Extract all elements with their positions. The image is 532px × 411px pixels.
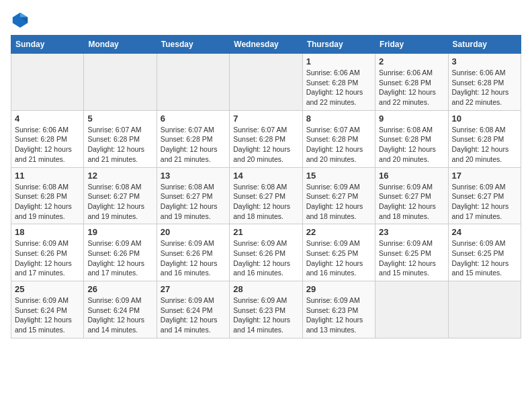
day-number: 23 — [379, 227, 444, 237]
day-number: 15 — [306, 171, 371, 181]
day-header-wednesday: Wednesday — [230, 36, 302, 54]
day-number: 10 — [452, 113, 517, 124]
day-info: Sunrise: 6:09 AM Sunset: 6:25 PM Dayligh… — [379, 238, 444, 278]
calendar-cell: 10Sunrise: 6:08 AM Sunset: 6:28 PM Dayli… — [448, 110, 521, 167]
day-number: 17 — [452, 171, 517, 181]
svg-marker-1 — [20, 13, 28, 17]
calendar-cell — [375, 281, 448, 338]
calendar-cell: 16Sunrise: 6:09 AM Sunset: 6:27 PM Dayli… — [375, 167, 448, 224]
day-header-sunday: Sunday — [11, 36, 84, 54]
logo-icon — [11, 11, 30, 30]
calendar-cell — [11, 54, 84, 111]
day-info: Sunrise: 6:08 AM Sunset: 6:27 PM Dayligh… — [233, 182, 298, 222]
calendar-cell: 17Sunrise: 6:09 AM Sunset: 6:27 PM Dayli… — [448, 167, 521, 224]
calendar-cell: 6Sunrise: 6:07 AM Sunset: 6:28 PM Daylig… — [157, 110, 229, 167]
day-info: Sunrise: 6:09 AM Sunset: 6:24 PM Dayligh… — [15, 295, 80, 335]
day-info: Sunrise: 6:06 AM Sunset: 6:28 PM Dayligh… — [452, 68, 517, 107]
calendar-cell — [448, 281, 521, 338]
day-number: 29 — [306, 284, 371, 294]
calendar-cell: 26Sunrise: 6:09 AM Sunset: 6:24 PM Dayli… — [84, 281, 157, 338]
day-header-friday: Friday — [375, 36, 448, 54]
day-info: Sunrise: 6:09 AM Sunset: 6:26 PM Dayligh… — [15, 238, 80, 278]
day-info: Sunrise: 6:07 AM Sunset: 6:28 PM Dayligh… — [233, 125, 298, 165]
calendar-cell: 3Sunrise: 6:06 AM Sunset: 6:28 PM Daylig… — [448, 54, 521, 111]
day-number: 14 — [233, 171, 298, 181]
calendar-cell: 28Sunrise: 6:09 AM Sunset: 6:23 PM Dayli… — [230, 281, 302, 338]
day-number: 3 — [452, 56, 517, 66]
day-number: 20 — [161, 227, 226, 237]
day-info: Sunrise: 6:09 AM Sunset: 6:26 PM Dayligh… — [161, 238, 226, 278]
day-info: Sunrise: 6:08 AM Sunset: 6:27 PM Dayligh… — [87, 182, 152, 222]
calendar-cell: 24Sunrise: 6:09 AM Sunset: 6:25 PM Dayli… — [448, 224, 521, 281]
calendar-cell — [230, 54, 302, 111]
day-number: 4 — [15, 113, 80, 124]
day-info: Sunrise: 6:08 AM Sunset: 6:28 PM Dayligh… — [379, 125, 444, 165]
calendar-cell: 27Sunrise: 6:09 AM Sunset: 6:24 PM Dayli… — [157, 281, 229, 338]
day-header-thursday: Thursday — [302, 36, 375, 54]
day-number: 11 — [15, 171, 80, 181]
day-number: 7 — [233, 113, 298, 124]
day-number: 5 — [87, 113, 152, 124]
calendar-cell: 2Sunrise: 6:06 AM Sunset: 6:28 PM Daylig… — [375, 54, 448, 111]
calendar-table: SundayMondayTuesdayWednesdayThursdayFrid… — [11, 35, 521, 338]
day-info: Sunrise: 6:06 AM Sunset: 6:28 PM Dayligh… — [306, 68, 371, 107]
day-info: Sunrise: 6:08 AM Sunset: 6:27 PM Dayligh… — [161, 182, 226, 222]
calendar-cell: 5Sunrise: 6:07 AM Sunset: 6:28 PM Daylig… — [84, 110, 157, 167]
day-number: 26 — [87, 284, 152, 294]
day-header-saturday: Saturday — [448, 36, 521, 54]
day-info: Sunrise: 6:09 AM Sunset: 6:24 PM Dayligh… — [87, 295, 152, 335]
day-number: 9 — [379, 113, 444, 124]
day-number: 16 — [379, 171, 444, 181]
calendar-cell: 29Sunrise: 6:09 AM Sunset: 6:23 PM Dayli… — [302, 281, 375, 338]
day-info: Sunrise: 6:09 AM Sunset: 6:23 PM Dayligh… — [306, 295, 371, 335]
day-info: Sunrise: 6:09 AM Sunset: 6:25 PM Dayligh… — [306, 238, 371, 278]
day-info: Sunrise: 6:06 AM Sunset: 6:28 PM Dayligh… — [15, 125, 80, 165]
calendar-cell — [157, 54, 229, 111]
day-number: 19 — [87, 227, 152, 237]
day-info: Sunrise: 6:09 AM Sunset: 6:23 PM Dayligh… — [233, 295, 298, 335]
calendar-header-row: SundayMondayTuesdayWednesdayThursdayFrid… — [11, 36, 521, 54]
calendar-cell: 4Sunrise: 6:06 AM Sunset: 6:28 PM Daylig… — [11, 110, 84, 167]
calendar-cell: 9Sunrise: 6:08 AM Sunset: 6:28 PM Daylig… — [375, 110, 448, 167]
calendar-cell: 18Sunrise: 6:09 AM Sunset: 6:26 PM Dayli… — [11, 224, 84, 281]
calendar-cell: 13Sunrise: 6:08 AM Sunset: 6:27 PM Dayli… — [157, 167, 229, 224]
calendar-cell: 21Sunrise: 6:09 AM Sunset: 6:26 PM Dayli… — [230, 224, 302, 281]
calendar-cell: 11Sunrise: 6:08 AM Sunset: 6:28 PM Dayli… — [11, 167, 84, 224]
calendar-cell: 25Sunrise: 6:09 AM Sunset: 6:24 PM Dayli… — [11, 281, 84, 338]
day-info: Sunrise: 6:09 AM Sunset: 6:25 PM Dayligh… — [452, 238, 517, 278]
day-info: Sunrise: 6:08 AM Sunset: 6:28 PM Dayligh… — [15, 182, 80, 222]
day-info: Sunrise: 6:07 AM Sunset: 6:28 PM Dayligh… — [87, 125, 152, 165]
day-number: 24 — [452, 227, 517, 237]
day-number: 28 — [233, 284, 298, 294]
calendar-cell: 22Sunrise: 6:09 AM Sunset: 6:25 PM Dayli… — [302, 224, 375, 281]
day-number: 6 — [161, 113, 226, 124]
day-number: 21 — [233, 227, 298, 237]
day-info: Sunrise: 6:09 AM Sunset: 6:26 PM Dayligh… — [87, 238, 152, 278]
day-number: 12 — [87, 171, 152, 181]
day-info: Sunrise: 6:09 AM Sunset: 6:24 PM Dayligh… — [161, 295, 226, 335]
day-header-tuesday: Tuesday — [157, 36, 229, 54]
calendar-cell: 15Sunrise: 6:09 AM Sunset: 6:27 PM Dayli… — [302, 167, 375, 224]
calendar-cell: 8Sunrise: 6:07 AM Sunset: 6:28 PM Daylig… — [302, 110, 375, 167]
day-number: 27 — [161, 284, 226, 294]
day-number: 8 — [306, 113, 371, 124]
calendar-week-4: 18Sunrise: 6:09 AM Sunset: 6:26 PM Dayli… — [11, 224, 521, 281]
calendar-week-2: 4Sunrise: 6:06 AM Sunset: 6:28 PM Daylig… — [11, 110, 521, 167]
day-header-monday: Monday — [84, 36, 157, 54]
calendar-cell: 12Sunrise: 6:08 AM Sunset: 6:27 PM Dayli… — [84, 167, 157, 224]
day-number: 25 — [15, 284, 80, 294]
calendar-cell: 23Sunrise: 6:09 AM Sunset: 6:25 PM Dayli… — [375, 224, 448, 281]
day-number: 1 — [306, 56, 371, 66]
day-info: Sunrise: 6:09 AM Sunset: 6:27 PM Dayligh… — [452, 182, 517, 222]
logo — [11, 11, 32, 30]
day-info: Sunrise: 6:09 AM Sunset: 6:26 PM Dayligh… — [233, 238, 298, 278]
calendar-week-1: 1Sunrise: 6:06 AM Sunset: 6:28 PM Daylig… — [11, 54, 521, 111]
day-info: Sunrise: 6:09 AM Sunset: 6:27 PM Dayligh… — [306, 182, 371, 222]
day-info: Sunrise: 6:07 AM Sunset: 6:28 PM Dayligh… — [161, 125, 226, 165]
day-number: 13 — [161, 171, 226, 181]
day-info: Sunrise: 6:09 AM Sunset: 6:27 PM Dayligh… — [379, 182, 444, 222]
header — [11, 11, 521, 30]
day-number: 22 — [306, 227, 371, 237]
calendar-cell: 19Sunrise: 6:09 AM Sunset: 6:26 PM Dayli… — [84, 224, 157, 281]
day-number: 2 — [379, 56, 444, 66]
